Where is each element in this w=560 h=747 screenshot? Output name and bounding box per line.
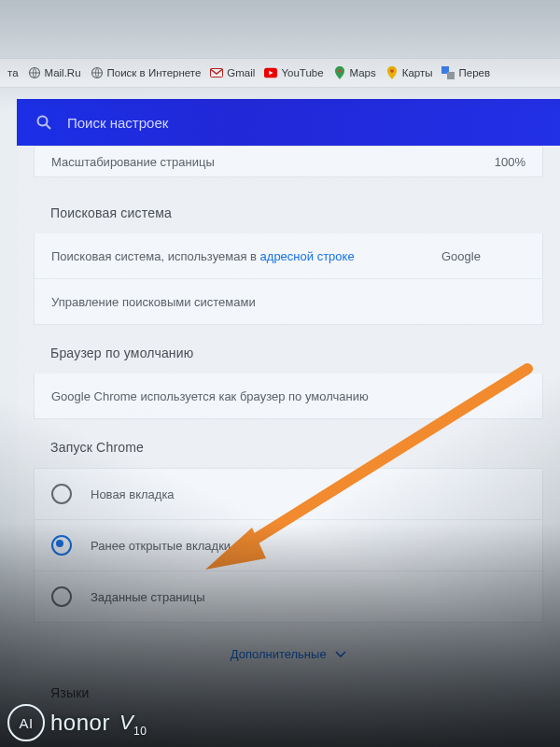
radio-icon [51,586,72,607]
settings-panel: Масштабирование страницы 100% Поисковая … [17,146,560,747]
bookmark-label: Maps [350,67,376,78]
maps-pin-icon [333,66,346,79]
section-heading-default-browser: Браузер по умолчанию [17,325,560,374]
radio-icon [51,484,72,504]
bookmark-label: та [7,67,19,78]
svg-point-8 [38,117,48,126]
bookmark-item[interactable]: YouTube [264,66,323,79]
search-icon [35,114,52,131]
bookmark-item[interactable]: Gmail [210,66,255,79]
bookmark-item[interactable]: Поиск в Интернете [91,66,202,79]
bookmark-item[interactable]: Maps [333,66,376,79]
globe-icon [91,66,104,79]
setting-label: Масштабирование страницы [51,155,495,169]
bookmark-label: YouTube [281,67,323,78]
bookmark-item[interactable]: Mail.Ru [28,66,81,79]
setting-row-default-browser: Google Chrome используется как браузер п… [35,374,542,418]
translate-icon [441,66,455,79]
svg-point-5 [390,69,394,73]
settings-search-bar[interactable] [17,99,560,146]
bookmark-label: Mail.Ru [45,67,81,78]
startup-options: Новая вкладка Ранее открытые вкладки Зад… [34,468,543,623]
chevron-down-icon [335,651,346,658]
radio-label: Ранее открытые вкладки [91,539,231,553]
startup-option-specific-pages[interactable]: Заданные страницы [35,571,542,622]
radio-label: Новая вкладка [91,487,175,501]
setting-row-manage-engines[interactable]: Управление поисковыми системами [35,278,542,324]
svg-rect-7 [447,72,455,79]
address-bar-link[interactable]: адресной строке [260,249,355,263]
bookmark-item[interactable]: Карты [385,66,433,79]
youtube-icon [264,66,277,79]
search-input[interactable] [65,114,541,132]
bookmark-item[interactable]: та [7,67,19,78]
bookmark-item[interactable]: Перев [441,66,490,79]
setting-row-zoom[interactable]: Масштабирование страницы 100% [35,147,542,176]
bookmark-label: Поиск в Интернете [107,67,202,78]
bookmarks-bar[interactable]: та Mail.Ru Поиск в Интернете Gmail [0,58,560,88]
radio-label: Заданные страницы [91,590,205,604]
startup-option-continue[interactable]: Ранее открытые вкладки [35,519,542,571]
setting-value: 100% [495,155,525,169]
setting-row-search-engine[interactable]: Поисковая система, используемая в адресн… [35,233,542,278]
radio-icon [51,535,72,556]
bookmark-label: Карты [402,67,433,78]
setting-label: Google Chrome используется как браузер п… [51,389,525,403]
device-watermark: AI honor V 10 [7,704,147,741]
setting-value: Google [441,249,525,263]
svg-point-4 [338,69,342,73]
gmail-icon [210,66,223,79]
svg-line-9 [47,125,51,130]
bookmark-label: Перев [458,67,490,78]
section-heading-search-engine: Поисковая система [17,177,560,233]
advanced-toggle[interactable]: Дополнительные [17,623,560,669]
globe-icon [28,66,41,79]
ai-badge-icon: AI [7,704,45,741]
setting-label: Поисковая система, используемая в адресн… [51,249,441,263]
advanced-label: Дополнительные [231,647,327,661]
bookmark-label: Gmail [227,67,255,78]
startup-option-new-tab[interactable]: Новая вкладка [35,469,542,519]
setting-label: Управление поисковыми системами [51,295,525,309]
section-heading-startup: Запуск Chrome [17,419,560,468]
maps-pin-icon [385,66,399,79]
